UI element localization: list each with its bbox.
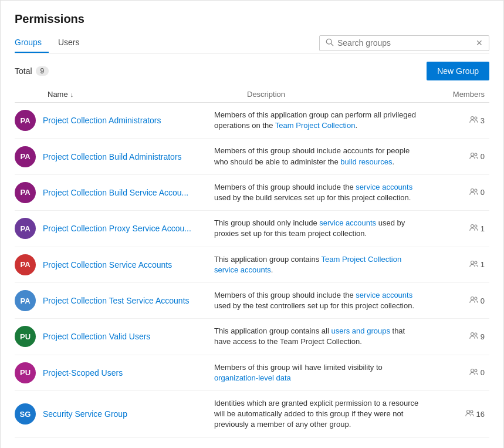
svg-point-13 (475, 297, 477, 299)
desc-pre: This application group contains all (214, 326, 331, 335)
name-cell: SG Security Service Group (15, 403, 214, 425)
sort-arrow-icon: ↓ (70, 91, 74, 98)
desc-post: . (393, 157, 395, 166)
desc-link[interactable]: build resources (340, 157, 392, 166)
desc-link[interactable]: service accounts (319, 218, 376, 227)
desc-link[interactable]: service accounts (356, 183, 412, 191)
table-row: PA Project Collection Build Service Acco… (15, 175, 489, 211)
desc-pre: Members of this group will have limited … (214, 363, 383, 372)
avatar: PA (15, 146, 36, 167)
table-row: PA Project Collection Build Administrato… (15, 139, 489, 174)
members-icon (469, 296, 478, 305)
new-group-button[interactable]: New Group (427, 62, 489, 80)
search-icon (326, 38, 334, 48)
svg-point-11 (475, 261, 477, 264)
members-count: 0 (481, 297, 485, 305)
search-bar: ✕ (319, 35, 489, 51)
name-cell: PA Project Collection Service Accounts (15, 254, 214, 275)
total-count-container: Total 9 (15, 66, 49, 76)
svg-point-18 (466, 410, 469, 413)
svg-point-7 (475, 189, 477, 191)
group-name[interactable]: Project Collection Administrators (43, 116, 161, 125)
description-cell: This application group contains Team Pro… (214, 254, 437, 275)
tab-groups[interactable]: Groups (15, 33, 49, 53)
table-body: PA Project Collection Administrators Mem… (15, 103, 489, 438)
desc-link[interactable]: Team Project Collection (275, 121, 356, 130)
search-input[interactable] (337, 38, 472, 48)
col-name-header: Name ↓ (48, 90, 247, 99)
group-name[interactable]: Project Collection Service Accounts (43, 260, 172, 270)
name-cell: PA Project Collection Administrators (15, 110, 214, 131)
name-cell: PA Project Collection Proxy Service Acco… (15, 218, 214, 239)
avatar: PU (15, 326, 36, 347)
group-name[interactable]: Project Collection Test Service Accounts (43, 296, 190, 305)
header-row: Groups Users ✕ (15, 33, 489, 53)
members-cell: 0 (437, 152, 489, 161)
members-count: 0 (481, 368, 485, 377)
description-cell: Members of this group should include acc… (214, 146, 437, 167)
members-icon (469, 368, 478, 378)
name-cell: PU Project-Scoped Users (15, 362, 214, 383)
desc-pre: This group should only include (214, 218, 319, 227)
avatar: PU (15, 362, 36, 383)
svg-point-4 (471, 153, 473, 156)
desc-post: . (271, 265, 273, 274)
desc-link[interactable]: users and groups (331, 326, 390, 335)
tab-users[interactable]: Users (58, 33, 87, 53)
table-row: SG Security Service Group Identities whi… (15, 391, 489, 438)
description-cell: Members of this group will have limited … (214, 362, 437, 383)
members-icon (469, 188, 478, 197)
description-cell: Members of this group should include the… (214, 182, 437, 203)
group-name[interactable]: Project-Scoped Users (43, 368, 123, 378)
members-count: 0 (481, 188, 485, 197)
svg-line-1 (331, 43, 333, 46)
members-cell: 0 (437, 188, 489, 197)
table-row: PU Project-Scoped Users Members of this … (15, 355, 489, 391)
members-icon (469, 332, 478, 341)
table-row: PA Project Collection Test Service Accou… (15, 283, 489, 319)
desc-post: used by the test controllers set up for … (214, 301, 414, 310)
total-count-badge: 9 (36, 66, 49, 76)
description-cell: This application group contains all user… (214, 326, 437, 347)
desc-post: used by the build services set up for th… (214, 193, 411, 202)
name-cell: PU Project Collection Valid Users (15, 326, 214, 347)
desc-post: . (355, 121, 357, 130)
avatar: PA (15, 110, 36, 131)
group-name[interactable]: Project Collection Build Service Accou..… (43, 188, 188, 197)
members-cell: 16 (437, 409, 489, 419)
members-count: 0 (481, 152, 485, 161)
tabs-container: Groups Users (15, 33, 96, 53)
members-icon (465, 409, 474, 419)
group-name[interactable]: Project Collection Valid Users (43, 332, 150, 341)
desc-pre: Members of this group should include the (214, 291, 356, 299)
desc-link[interactable]: organization-level data (214, 373, 291, 382)
desc-link[interactable]: service accounts (356, 291, 412, 299)
description-cell: This group should only include service a… (214, 218, 437, 239)
members-cell: 0 (437, 368, 489, 378)
members-cell: 1 (437, 260, 489, 270)
svg-point-9 (475, 225, 477, 227)
svg-point-6 (471, 188, 473, 191)
permissions-page: Permissions Groups Users ✕ Total 9 New G… (0, 0, 504, 448)
members-icon (469, 152, 478, 161)
col-members-header: Members (437, 90, 489, 99)
group-name[interactable]: Project Collection Proxy Service Accou..… (43, 224, 191, 233)
avatar: PA (15, 290, 36, 311)
desc-pre: Members of this group should include the (214, 183, 356, 191)
table-row: PU Project Collection Valid Users This a… (15, 319, 489, 355)
group-name[interactable]: Project Collection Build Administrators (43, 152, 182, 161)
members-count: 16 (476, 410, 485, 419)
name-cell: PA Project Collection Test Service Accou… (15, 290, 214, 311)
members-icon (469, 224, 478, 233)
members-count: 1 (481, 260, 485, 269)
group-name[interactable]: Security Service Group (43, 409, 127, 419)
svg-point-12 (471, 297, 473, 300)
svg-point-5 (475, 153, 477, 155)
svg-point-8 (471, 225, 473, 228)
members-cell: 0 (437, 296, 489, 305)
name-cell: PA Project Collection Build Service Acco… (15, 182, 214, 203)
clear-search-icon[interactable]: ✕ (476, 38, 483, 48)
table-row: PA Project Collection Service Accounts T… (15, 247, 489, 283)
members-icon (469, 260, 478, 270)
description-cell: Members of this application group can pe… (214, 110, 437, 131)
